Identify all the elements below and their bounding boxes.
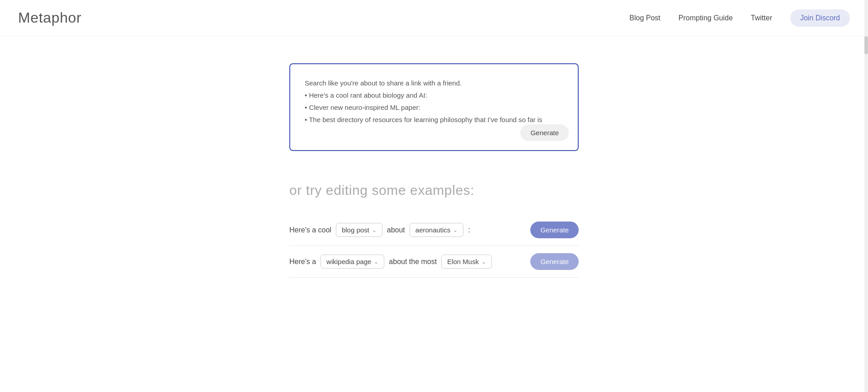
example-row-2-select1-value: wikipedia page <box>326 258 371 265</box>
nav-link-prompting-guide[interactable]: Prompting Guide <box>679 14 733 22</box>
example-row-1: Here's a cool blog post ⌄ about aeronaut… <box>289 214 579 246</box>
chevron-down-icon-4: ⌄ <box>481 259 486 265</box>
search-generate-button[interactable]: Generate <box>520 124 569 141</box>
examples-section: or try editing some examples: Here's a c… <box>289 183 579 278</box>
example-row-2-middle: about the most <box>389 258 437 266</box>
example-row-2-generate-button[interactable]: Generate <box>530 253 579 270</box>
nav-link-twitter[interactable]: Twitter <box>751 14 772 22</box>
search-box: Search like you're about to share a link… <box>289 63 579 151</box>
scrollbar[interactable] <box>864 0 868 392</box>
example-row-2-prefix: Here's a <box>289 258 316 266</box>
nav-link-blog-post[interactable]: Blog Post <box>629 14 660 22</box>
nav-links: Blog Post Prompting Guide Twitter Join D… <box>629 9 850 27</box>
example-row-2-select2-value: Elon Musk <box>447 258 479 265</box>
example-row-1-select1-value: blog post <box>342 226 369 234</box>
main-content: Search like you're about to share a link… <box>0 36 868 278</box>
join-discord-button[interactable]: Join Discord <box>790 9 850 27</box>
example-row-2: Here's a wikipedia page ⌄ about the most… <box>289 246 579 278</box>
chevron-down-icon-3: ⌄ <box>374 259 378 265</box>
chevron-down-icon-2: ⌄ <box>453 227 458 233</box>
chevron-down-icon: ⌄ <box>372 227 377 233</box>
example-row-1-middle: about <box>387 226 405 234</box>
example-row-1-select2-value: aeronautics <box>415 226 451 234</box>
scrollbar-thumb[interactable] <box>864 36 868 54</box>
example-row-1-select1[interactable]: blog post ⌄ <box>336 223 382 237</box>
example-row-1-generate-button[interactable]: Generate <box>530 222 579 238</box>
site-logo: Metaphor <box>18 9 81 26</box>
navbar: Metaphor Blog Post Prompting Guide Twitt… <box>0 0 868 36</box>
example-row-2-select1[interactable]: wikipedia page ⌄ <box>321 255 384 269</box>
examples-title: or try editing some examples: <box>289 183 579 198</box>
example-row-1-prefix: Here's a cool <box>289 226 331 234</box>
example-row-1-select2[interactable]: aeronautics ⌄ <box>410 223 464 237</box>
example-row-2-select2[interactable]: Elon Musk ⌄ <box>441 255 492 269</box>
example-row-1-suffix: : <box>468 226 470 234</box>
